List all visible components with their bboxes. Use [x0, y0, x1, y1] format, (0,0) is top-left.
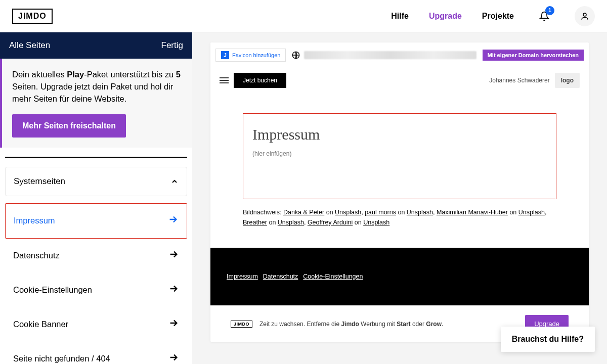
arrow-right-icon	[168, 249, 179, 263]
footer-link[interactable]: Datenschutz	[263, 273, 298, 280]
page-item-cookie-banner[interactable]: Cookie Banner	[5, 307, 187, 342]
account-button[interactable]	[575, 6, 595, 26]
upgrade-bar-text: Zeit zu wachsen. Entferne die Jimdo Werb…	[259, 321, 518, 328]
footer-link[interactable]: Impressum	[227, 273, 258, 280]
site-footer: ImpressumDatenschutzCookie-Einstellungen	[210, 248, 589, 305]
custom-domain-button[interactable]: Mit eigener Domain hervorstechen	[483, 50, 584, 61]
impressum-editor-block[interactable]: Impressum (hier einfügen)	[243, 113, 556, 199]
page-item-impressum[interactable]: Impressum	[5, 203, 187, 239]
pages-sidebar: Alle Seiten Fertig Dein aktuelles Play-P…	[0, 32, 192, 364]
chevron-up-icon	[170, 177, 179, 186]
credits-prefix: Bildnachweis:	[243, 209, 283, 216]
user-icon	[580, 12, 589, 21]
preview-toolbar: J Favicon hinzufügen Mit eigener Domain …	[210, 42, 589, 68]
arrow-right-icon	[167, 214, 179, 228]
page-hint: (hier einfügen)	[252, 150, 547, 157]
page-title: Impressum	[252, 126, 547, 143]
svg-point-0	[583, 13, 586, 16]
logo-placeholder[interactable]: logo	[555, 73, 580, 88]
top-nav: Hilfe Upgrade Projekte 1	[391, 6, 595, 26]
done-button[interactable]: Fertig	[161, 40, 183, 51]
help-widget[interactable]: Brauchst du Hilfe?	[501, 327, 595, 352]
preview-canvas: J Favicon hinzufügen Mit eigener Domain …	[192, 32, 607, 364]
jimdo-logo[interactable]: JIMDO	[12, 9, 53, 24]
book-now-button[interactable]: Jetzt buchen	[234, 73, 286, 88]
page-item-label: Seite nicht gefunden / 404	[13, 354, 110, 363]
system-pages-toggle[interactable]: Systemseiten	[5, 167, 187, 196]
nav-upgrade[interactable]: Upgrade	[429, 12, 462, 21]
url-placeholder	[304, 51, 476, 59]
footer-link[interactable]: Cookie-Einstellungen	[303, 273, 363, 280]
notification-badge: 1	[545, 6, 554, 15]
page-item-label: Cookie Banner	[13, 320, 68, 329]
sidebar-title: Alle Seiten	[9, 40, 50, 51]
upgrade-promo-card: Dein aktuelles Play-Paket unterstützt bi…	[0, 59, 192, 148]
page-item-datenschutz[interactable]: Datenschutz	[5, 239, 187, 273]
section-label: Systemseiten	[14, 176, 65, 187]
topbar: JIMDO Hilfe Upgrade Projekte 1	[0, 0, 607, 32]
page-item-cookie-einstellungen[interactable]: Cookie-Einstellungen	[5, 273, 187, 307]
arrow-right-icon	[168, 317, 179, 332]
hamburger-icon[interactable]	[220, 77, 229, 83]
jimdo-small-logo: JIMDO	[231, 321, 252, 328]
site-owner-name: Johannes Schwaderer	[489, 77, 549, 84]
nav-projects[interactable]: Projekte	[482, 12, 514, 21]
divider	[5, 157, 187, 158]
credits-links: Danka & Peter on Unsplash, paul morris o…	[243, 209, 546, 226]
add-favicon-button[interactable]: J Favicon hinzufügen	[215, 49, 286, 62]
url-area	[292, 51, 476, 59]
promo-text: Dein aktuelles Play-Paket unterstützt bi…	[12, 69, 182, 105]
site-preview: J Favicon hinzufügen Mit eigener Domain …	[210, 42, 589, 342]
sidebar-header: Alle Seiten Fertig	[0, 32, 192, 59]
site-header: Jetzt buchen Johannes Schwaderer logo	[210, 68, 589, 93]
favicon-j-icon: J	[221, 51, 229, 59]
page-list: ImpressumDatenschutzCookie-Einstellungen…	[5, 203, 187, 364]
page-item-seite-nicht-gefunden-404[interactable]: Seite nicht gefunden / 404	[5, 342, 187, 364]
arrow-right-icon	[168, 352, 179, 364]
arrow-right-icon	[168, 283, 179, 297]
unlock-pages-button[interactable]: Mehr Seiten freischalten	[12, 114, 126, 138]
page-item-label: Impressum	[14, 216, 55, 225]
favicon-label: Favicon hinzufügen	[232, 52, 280, 58]
notifications-button[interactable]: 1	[534, 6, 554, 26]
page-item-label: Cookie-Einstellungen	[13, 285, 92, 295]
nav-help[interactable]: Hilfe	[391, 12, 409, 21]
globe-icon	[292, 51, 300, 59]
image-credits: Bildnachweis: Danka & Peter on Unsplash,…	[243, 207, 556, 228]
page-item-label: Datenschutz	[13, 251, 60, 260]
